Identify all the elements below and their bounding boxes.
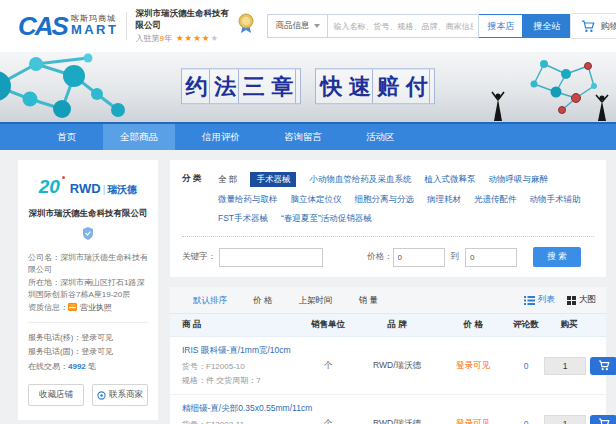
list-view-label: 列表 (538, 294, 555, 306)
search-input[interactable] (327, 14, 479, 38)
rwd-chinese-name: 瑞沃德 (107, 183, 137, 197)
favorite-shop-label: 收藏店铺 (39, 389, 73, 401)
business-license-link[interactable]: 营业执照 (80, 303, 112, 312)
divider (126, 12, 127, 40)
quantity-input[interactable] (544, 415, 586, 424)
sort-tab-price[interactable]: 价 格 (240, 287, 285, 314)
sort-tab-default[interactable]: 默认排序 (180, 287, 240, 314)
price-to-input[interactable] (465, 248, 517, 267)
certificate-line: 资质信息：营业执照 (28, 302, 148, 314)
price-to-label: 到 (451, 251, 460, 263)
sort-tab-time[interactable]: 上架时间 (285, 287, 345, 314)
category-promo-instruments[interactable]: “春迎夏至”活动促销器械 (281, 213, 372, 225)
product-name-link[interactable]: 精细镊-直/尖部0.35x0.55mm/11cm (182, 403, 300, 415)
search-category-dropdown[interactable]: 商品信息 (267, 14, 327, 38)
store-info-block: 深圳市瑞沃德生命科技有限公司 入驻第9年 ★★★★★ (135, 8, 235, 43)
logo-cas-text: CAS (18, 13, 67, 39)
product-cell: 精细镊-直/尖部0.35x0.55mm/11cm 货号：F13002-11 规格… (182, 403, 300, 424)
company-name-line: 公司名：深圳市瑞沃德生命科技有限公司 (28, 252, 148, 277)
star-icon: ★ (185, 34, 193, 43)
filter-search-button[interactable]: 搜 索 (533, 247, 581, 267)
price-login-to-view[interactable]: 登录可见 (438, 360, 508, 372)
category-filter-card: 分 类 全 部 手术器械 小动物血管给药及采血系统 植入式微释泵 动物呼吸与麻醉… (170, 160, 606, 277)
headset-icon (97, 391, 106, 400)
category-all[interactable]: 全 部 (218, 174, 237, 186)
category-surgical-instruments[interactable]: 手术器械 (250, 172, 296, 187)
cart-icon (581, 20, 595, 33)
search-bar: 商品信息 搜本店 搜全站 (267, 14, 570, 38)
phone-mobile-line: 服务电话(移)：登录可见 (28, 331, 148, 345)
shop-info-card: 20 RWD | 瑞沃德 深圳市瑞沃德生命科技有限公司 公司名：深圳市瑞沃德生命… (18, 160, 158, 420)
column-brand: 品 牌 (356, 319, 438, 331)
brand-cell: RWD/瑞沃德 (356, 360, 438, 372)
category-cell-separation[interactable]: 细胞分离与分选 (355, 194, 415, 206)
nav-item-message[interactable]: 咨询留言 (267, 124, 339, 150)
main-panel: 分 类 全 部 手术器械 小动物血管给药及采血系统 植入式微释泵 动物呼吸与麻醉… (170, 160, 606, 424)
category-optogenetics[interactable]: 光遗传配件 (474, 194, 517, 206)
favorite-shop-button[interactable]: 收藏店铺 (28, 384, 84, 406)
shop-name: 深圳市瑞沃德生命科技有限公司 (28, 208, 148, 220)
shield-badge-icon (82, 227, 94, 240)
price-login-to-view[interactable]: 登录可见 (438, 418, 508, 424)
comments-count-link[interactable]: 0 (508, 361, 544, 371)
nav-item-activity[interactable]: 活动区 (349, 124, 412, 150)
grid-view-label: 大图 (579, 294, 596, 306)
main-navigation: 首页 全部商品 信用评价 咨询留言 活动区 (0, 122, 616, 150)
trade-count: 4992 (68, 362, 86, 371)
table-row: 精细镊-直/尖部0.35x0.55mm/11cm 货号：F13002-11 规格… (170, 395, 606, 424)
nav-item-all-products[interactable]: 全部商品 (103, 124, 175, 150)
promo-banner[interactable]: 约法三章 快速赔付 (0, 52, 616, 122)
rwd-brand-text: RWD (70, 181, 101, 196)
cart-button[interactable]: 购物车 0 (570, 13, 616, 39)
add-to-cart-button[interactable] (590, 357, 616, 375)
casmart-logo[interactable]: CAS 喀斯玛商城 MART (18, 13, 118, 39)
view-toggle-grid[interactable]: 大图 (567, 294, 596, 306)
unit-cell: 个 (300, 418, 356, 424)
nav-item-credit[interactable]: 信用评价 (185, 124, 257, 150)
top-bar: CAS 喀斯玛商城 MART 深圳市瑞沃德生命科技有限公司 入驻第9年 ★★★★… (0, 0, 616, 52)
store-name[interactable]: 深圳市瑞沃德生命科技有限公司 (135, 8, 235, 30)
category-label: 分 类 (182, 172, 214, 225)
grid-view-icon (567, 296, 576, 305)
star-icon: ★ (202, 34, 210, 43)
search-category-label: 商品信息 (275, 20, 309, 32)
license-icon (68, 303, 77, 311)
sort-tab-sales[interactable]: 销 量 (345, 287, 390, 314)
category-surgery-assist[interactable]: 动物手术辅助 (530, 194, 581, 206)
view-toggle-list[interactable]: 列表 (524, 294, 555, 306)
product-name-link[interactable]: IRIS 眼科镊-直/1mm宽/10cm (182, 345, 300, 357)
cart-label: 购物车 (600, 20, 616, 33)
quantity-input[interactable] (544, 357, 586, 375)
nav-item-home[interactable]: 首页 (40, 124, 93, 150)
category-animal-respiration[interactable]: 动物呼吸与麻醉 (488, 174, 548, 186)
unit-cell: 个 (300, 360, 356, 372)
star-icon: ★ (176, 34, 184, 43)
category-vascular-dosing[interactable]: 小动物血管给药及采血系统 (309, 174, 411, 186)
rwd-20-anniversary: 20 (39, 176, 60, 198)
category-fst-instruments[interactable]: FST手术器械 (218, 213, 268, 225)
comments-count-link[interactable]: 0 (508, 419, 544, 424)
search-all-site-button[interactable]: 搜全站 (523, 14, 570, 38)
contact-seller-label: 联系商家 (109, 389, 143, 401)
trade-count-line: 在线交易：4992 笔 (28, 360, 148, 374)
category-pathology[interactable]: 病理耗材 (427, 194, 461, 206)
store-years: 入驻第9年 (135, 33, 171, 44)
contact-seller-button[interactable]: 联系商家 (92, 384, 148, 406)
table-row: IRIS 眼科镊-直/1mm宽/10cm 货号：F12005-10 规格：件 交… (170, 337, 606, 395)
category-implantable-pump[interactable]: 植入式微释泵 (424, 174, 475, 186)
medal-icon (237, 13, 255, 39)
add-to-cart-button[interactable] (590, 415, 616, 424)
person-silhouette-icons (492, 92, 608, 121)
divider (182, 236, 594, 237)
column-comments: 评论数 (508, 319, 544, 331)
cart-icon (598, 360, 610, 371)
keyword-input[interactable] (219, 248, 323, 267)
molecule-graphic-right (484, 54, 614, 122)
slogan-left: 约法三章 (181, 68, 301, 104)
category-stereotaxic[interactable]: 脑立体定位仪 (291, 194, 342, 206)
category-micro-dosing[interactable]: 微量给药与取样 (218, 194, 278, 206)
search-this-store-button[interactable]: 搜本店 (479, 14, 523, 38)
price-label: 价格： (367, 251, 393, 263)
sort-bar: 默认排序 价 格 上架时间 销 量 列表 (170, 287, 606, 314)
price-from-input[interactable] (393, 248, 445, 267)
